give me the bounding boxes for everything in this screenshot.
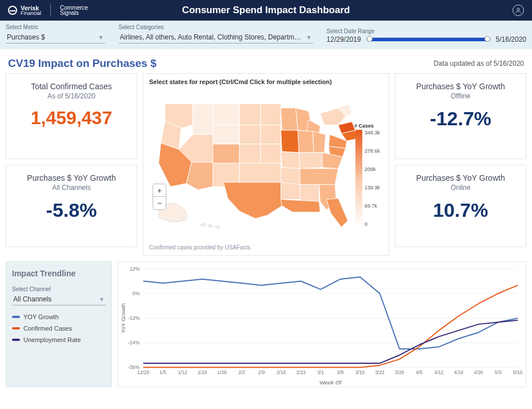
date-start: 12/29/2019 — [327, 35, 361, 43]
zoom-controls[interactable]: + − — [153, 184, 166, 210]
categories-filter[interactable]: Select Categories Airlines, All others, … — [119, 24, 313, 43]
chevron-down-icon: ▼ — [98, 34, 104, 41]
svg-text:2/23: 2/23 — [296, 370, 306, 375]
svg-marker-32 — [239, 163, 281, 182]
svg-marker-40 — [281, 200, 321, 212]
date-filter[interactable]: Select Date Range 12/29/2019 5/16/2020 — [327, 28, 526, 43]
line-chart-icon: 12%0%-12%-24%-36%12/291/51/121/191/262/2… — [118, 262, 526, 387]
card-subtitle: Offline — [401, 92, 520, 100]
categories-select[interactable]: Airlines, All others, Auto Rental, Cloth… — [119, 31, 313, 43]
brand-line2: Financial — [21, 11, 41, 16]
svg-text:-12%: -12% — [128, 315, 140, 321]
svg-text:YoY Growth: YoY Growth — [120, 303, 126, 333]
brand-line4: Signals — [60, 10, 88, 16]
trend-section: Impact Trendline Select Channel All Chan… — [0, 256, 532, 393]
date-range[interactable]: 12/29/2019 5/16/2020 — [327, 35, 526, 43]
main-grid: Total Confirmed Cases As of 5/16/2020 1,… — [0, 73, 532, 256]
svg-marker-33 — [281, 168, 300, 185]
categories-label: Select Categories — [119, 24, 313, 30]
us-map-icon[interactable] — [149, 88, 383, 244]
svg-text:4/26: 4/26 — [474, 370, 483, 375]
date-slider[interactable] — [366, 37, 491, 42]
card-subtitle: All Channels — [12, 184, 131, 192]
svg-marker-36 — [281, 182, 300, 200]
map-footer: Confirmed cases provided by USAFacts — [149, 244, 383, 251]
svg-marker-27 — [281, 152, 300, 169]
brand-logo: Verisk Financial Commerce Signals — [8, 4, 88, 17]
svg-text:2/16: 2/16 — [277, 370, 286, 375]
svg-point-0 — [517, 8, 519, 10]
map-card: Select states for report (Ctrl/Cmd Click… — [143, 73, 389, 256]
svg-marker-16 — [239, 125, 261, 144]
svg-text:12/29: 12/29 — [137, 370, 149, 375]
card-all-channels: Purchases $ YoY Growth All Channels -5.8… — [6, 165, 137, 247]
card-value: -12.7% — [401, 107, 520, 130]
logo-icon — [8, 6, 17, 15]
svg-text:1/5: 1/5 — [159, 370, 166, 375]
brand-text: Verisk Financial — [21, 5, 41, 16]
metric-value: Purchases $ — [7, 33, 45, 41]
svg-text:4/5: 4/5 — [416, 370, 423, 375]
svg-text:3/15: 3/15 — [355, 370, 365, 375]
channel-filter[interactable]: Select Channel All Channels ▼ — [12, 286, 106, 305]
card-title: Purchases $ YoY Growth — [401, 82, 520, 91]
svg-text:0%: 0% — [133, 291, 140, 296]
svg-marker-7 — [281, 108, 298, 130]
channel-value: All Channels — [13, 295, 51, 303]
trend-sidebar: Impact Trendline Select Channel All Chan… — [6, 261, 112, 387]
zoom-out-button[interactable]: − — [153, 197, 166, 209]
legend-gradient-icon — [355, 130, 362, 227]
channel-select[interactable]: All Channels ▼ — [12, 293, 106, 305]
svg-text:-24%: -24% — [128, 340, 140, 346]
svg-text:5/10: 5/10 — [513, 370, 523, 375]
svg-marker-18 — [281, 130, 299, 153]
card-value: 10.7% — [401, 198, 520, 222]
updated-label: Data updated as of 5/16/2020 — [434, 59, 524, 67]
legend-ticks: 348.3k278.6k209k139.3k69.7k0 — [365, 130, 380, 227]
svg-marker-39 — [326, 198, 347, 227]
metric-select[interactable]: Purchases $ ▼ — [6, 31, 105, 43]
card-value: 1,459,437 — [12, 107, 131, 129]
card-title: Purchases $ YoY Growth — [12, 173, 131, 182]
channel-label: Select Channel — [12, 286, 106, 292]
svg-text:5/3: 5/3 — [495, 370, 502, 375]
svg-marker-6 — [261, 104, 281, 125]
filter-bar: Select Metric Purchases $ ▼ Select Categ… — [0, 21, 532, 49]
map-legend: # Cases 348.3k278.6k209k139.3k69.7k0 — [355, 123, 381, 227]
svg-marker-35 — [223, 182, 282, 219]
svg-marker-37 — [300, 185, 319, 202]
card-value: -5.8% — [12, 198, 131, 222]
date-label: Select Date Range — [327, 28, 526, 34]
card-online: Purchases $ YoY Growth Online 10.7% — [395, 165, 526, 247]
chevron-down-icon: ▼ — [306, 34, 312, 41]
svg-marker-19 — [298, 130, 314, 153]
brand-text-2: Commerce Signals — [60, 5, 88, 16]
map-canvas[interactable]: + − # Cases 348.3k278.6k209k139.3k69.7k0 — [149, 88, 383, 244]
card-title: Purchases $ YoY Growth — [401, 173, 520, 182]
user-avatar-icon[interactable] — [513, 5, 524, 16]
card-subtitle: Online — [401, 184, 520, 192]
svg-text:1/26: 1/26 — [217, 370, 227, 375]
svg-text:Week Of: Week Of — [319, 379, 342, 386]
svg-text:3/1: 3/1 — [317, 370, 324, 375]
svg-marker-5 — [239, 104, 261, 125]
card-title: Total Confirmed Cases — [12, 82, 131, 91]
svg-text:12%: 12% — [130, 266, 140, 272]
trend-legend: YOY GrowthConfirmed CasesUnemployment Ra… — [12, 313, 106, 343]
trend-chart[interactable]: 12%0%-12%-24%-36%12/291/51/121/191/262/2… — [118, 261, 526, 387]
svg-marker-17 — [261, 125, 281, 144]
svg-text:4/19: 4/19 — [454, 370, 463, 375]
zoom-in-button[interactable]: + — [153, 184, 166, 197]
topbar: Verisk Financial Commerce Signals Consum… — [0, 0, 532, 21]
svg-marker-25 — [239, 144, 261, 163]
metric-filter[interactable]: Select Metric Purchases $ ▼ — [6, 24, 105, 43]
svg-marker-3 — [193, 104, 213, 134]
card-offline: Purchases $ YoY Growth Offline -12.7% — [395, 73, 526, 159]
subheader: CV19 Impact on Purchases $ Data updated … — [0, 49, 532, 73]
categories-value: Airlines, All others, Auto Rental, Cloth… — [120, 33, 302, 41]
svg-text:3/22: 3/22 — [375, 370, 385, 375]
map-title: Select states for report (Ctrl/Cmd Click… — [149, 78, 383, 85]
svg-marker-24 — [213, 144, 239, 163]
svg-marker-34 — [300, 169, 338, 185]
section-title: CV19 Impact on Purchases $ — [8, 57, 157, 70]
